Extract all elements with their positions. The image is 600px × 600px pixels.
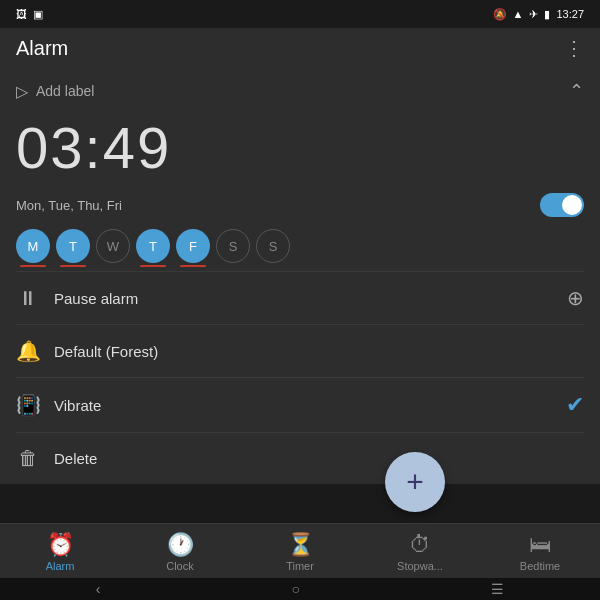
delete-label: Delete	[54, 450, 97, 467]
wifi-icon: ▲	[513, 8, 524, 20]
recent-apps-button[interactable]: ☰	[491, 581, 504, 597]
airplane-icon: ✈	[529, 8, 538, 21]
chevron-up-icon[interactable]: ⌃	[569, 80, 584, 102]
back-button[interactable]: ‹	[96, 581, 101, 597]
alarm-time[interactable]: 03:49	[16, 110, 584, 189]
alarm-nav-icon: ⏰	[47, 532, 74, 558]
day-circles: M T W T F S S	[16, 225, 584, 271]
add-label-text: Add label	[36, 83, 94, 99]
label-left: ▷ Add label	[16, 82, 94, 101]
pause-alarm-left: ⏸ Pause alarm	[16, 287, 138, 310]
image-icon: 🖼	[16, 8, 27, 20]
vibrate-row[interactable]: 📳 Vibrate ✔	[16, 377, 584, 432]
nav-clock[interactable]: 🕐 Clock	[120, 532, 240, 572]
nav-alarm[interactable]: ⏰ Alarm	[0, 532, 120, 572]
stopwatch-nav-label: Stopwa...	[397, 560, 443, 572]
repeat-days-text: Mon, Tue, Thu, Fri	[16, 198, 122, 213]
day-monday[interactable]: M	[16, 229, 50, 263]
ringtone-label: Default (Forest)	[54, 343, 158, 360]
label-row[interactable]: ▷ Add label ⌃	[16, 68, 584, 110]
days-toggle-row: Mon, Tue, Thu, Fri	[16, 189, 584, 225]
day-sunday[interactable]: S	[256, 229, 290, 263]
pause-alarm-label: Pause alarm	[54, 290, 138, 307]
overflow-menu-button[interactable]: ⋮	[564, 36, 584, 60]
ringtone-left: 🔔 Default (Forest)	[16, 339, 158, 363]
nav-stopwatch[interactable]: ⏱ Stopwa...	[360, 532, 480, 572]
alarm-nav-label: Alarm	[46, 560, 75, 572]
vibrate-check-icon: ✔	[566, 392, 584, 418]
home-button[interactable]: ○	[292, 581, 300, 597]
day-thursday[interactable]: T	[136, 229, 170, 263]
label-icon: ▷	[16, 82, 28, 101]
nav-bedtime[interactable]: 🛏 Bedtime	[480, 532, 600, 572]
vibrate-label: Vibrate	[54, 397, 101, 414]
page-title: Alarm	[16, 37, 68, 60]
pause-icon: ⏸	[16, 287, 40, 310]
mute-icon: 🔕	[493, 8, 507, 21]
clock-nav-icon: 🕐	[167, 532, 194, 558]
bedtime-nav-label: Bedtime	[520, 560, 560, 572]
day-tuesday[interactable]: T	[56, 229, 90, 263]
timer-nav-label: Timer	[286, 560, 314, 572]
bell-icon: 🔔	[16, 339, 40, 363]
day-saturday[interactable]: S	[216, 229, 250, 263]
toggle-thumb	[562, 195, 582, 215]
delete-left: 🗑 Delete	[16, 447, 97, 470]
nav-timer[interactable]: ⏳ Timer	[240, 532, 360, 572]
day-wednesday[interactable]: W	[96, 229, 130, 263]
delete-row[interactable]: 🗑 Delete	[16, 432, 584, 484]
fab-add-button[interactable]: +	[385, 452, 445, 512]
bottom-nav: ⏰ Alarm 🕐 Clock ⏳ Timer ⏱ Stopwa... 🛏 Be…	[0, 523, 600, 578]
app-bar: Alarm ⋮	[0, 28, 600, 68]
battery-icon: ▮	[544, 8, 550, 21]
clock-time: 13:27	[556, 8, 584, 20]
system-nav-bar: ‹ ○ ☰	[0, 578, 600, 600]
delete-icon: 🗑	[16, 447, 40, 470]
clock-nav-label: Clock	[166, 560, 194, 572]
timer-nav-icon: ⏳	[287, 532, 314, 558]
pause-alarm-add-button[interactable]: ⊕	[567, 286, 584, 310]
vibrate-icon: 📳	[16, 393, 40, 417]
ringtone-row[interactable]: 🔔 Default (Forest)	[16, 324, 584, 377]
status-icons-right: 🔕 ▲ ✈ ▮ 13:27	[493, 8, 584, 21]
alarm-toggle[interactable]	[540, 193, 584, 217]
voicemail-icon: ▣	[33, 8, 43, 21]
bedtime-nav-icon: 🛏	[529, 532, 551, 558]
pause-alarm-row[interactable]: ⏸ Pause alarm ⊕	[16, 271, 584, 324]
main-content: ▷ Add label ⌃ 03:49 Mon, Tue, Thu, Fri M…	[0, 68, 600, 484]
day-friday[interactable]: F	[176, 229, 210, 263]
status-icons-left: 🖼 ▣	[16, 8, 43, 21]
vibrate-left: 📳 Vibrate	[16, 393, 101, 417]
status-bar: 🖼 ▣ 🔕 ▲ ✈ ▮ 13:27	[0, 0, 600, 28]
stopwatch-nav-icon: ⏱	[409, 532, 431, 558]
